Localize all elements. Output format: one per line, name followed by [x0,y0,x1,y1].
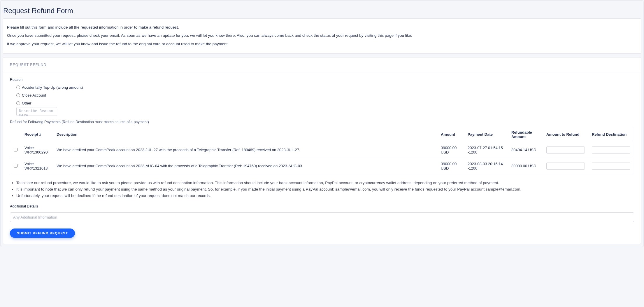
th-receipt: Receipt # [21,127,53,142]
cell-receipt: Voice WR#1321618 [21,158,53,174]
reason-radio-list: Accidentally Top-Up (wrong amount) Close… [10,85,634,116]
cell-amount: 39000.00 USD [437,142,464,158]
reason-other-textarea[interactable] [16,107,57,116]
note-item: To initiate our refund procedure, we wou… [16,180,634,186]
cell-refundable: 39000.00 USD [508,158,543,174]
payments-table: Receipt # Description Amount Payment Dat… [10,127,634,174]
row-checkbox[interactable] [14,148,17,151]
form-card: Request Refund Reason Accidentally Top-U… [3,57,641,244]
cell-description: We have credited your CommPeak account o… [53,158,437,174]
info-paragraph-1: Please fill out this form and include al… [7,25,637,30]
info-paragraph-3: If we approve your request, we will let … [7,41,637,47]
info-card: Please fill out this form and include al… [3,18,641,54]
payments-label: Refund for Following Payments (Refund De… [10,120,634,124]
additional-details-label: Additional Details [10,204,634,208]
table-row: Voice WR#1321618 We have credited your C… [10,158,634,174]
reason-option-other: Other [22,101,31,105]
th-refund-destination: Refund Destination [588,127,634,142]
reason-option-accidental: Accidentally Top-Up (wrong amount) [22,85,83,90]
cell-amount: 39000.00 USD [437,158,464,174]
refund-destination-input[interactable] [592,163,630,170]
cell-payment-date: 2023-08-03 20:16:14 -1200 [464,158,508,174]
reason-label: Reason [10,78,634,82]
reason-radio-other[interactable] [16,101,20,105]
cell-description: We have credited your CommPeak account o… [53,142,437,158]
th-amount-to-refund: Amount to Refund [543,127,588,142]
table-row: Voice WR#1300290 We have credited your C… [10,142,634,158]
th-payment-date: Payment Date [464,127,508,142]
page-container: Request Refund Form Please fill out this… [1,1,643,247]
cell-receipt: Voice WR#1300290 [21,142,53,158]
reason-radio-close[interactable] [16,93,20,97]
refund-destination-input[interactable] [592,146,630,154]
cell-payment-date: 2023-07-27 01:54:15 -1200 [464,142,508,158]
reason-radio-accidental[interactable] [16,86,20,89]
th-amount: Amount [437,127,464,142]
cell-refundable: 30494.14 USD [508,142,543,158]
th-select [10,127,21,142]
note-item: Unfortunately, your request will be decl… [16,193,634,199]
info-paragraph-2: Once you have submitted your request, pl… [7,33,637,39]
th-description: Description [53,127,437,142]
notes-list: To initiate our refund procedure, we wou… [16,180,634,199]
row-checkbox[interactable] [14,164,17,168]
th-refundable: Refundable Amount [508,127,543,142]
note-item: It is important to note that we can only… [16,186,634,192]
amount-to-refund-input[interactable] [546,146,585,154]
reason-option-close: Close Account [22,93,46,97]
form-card-header: Request Refund [3,57,641,72]
amount-to-refund-input[interactable] [546,163,585,170]
submit-refund-button[interactable]: Submit Refund Request [10,228,75,238]
additional-details-input[interactable] [10,212,634,222]
form-card-body: Reason Accidentally Top-Up (wrong amount… [3,72,641,228]
page-title: Request Refund Form [3,3,641,18]
